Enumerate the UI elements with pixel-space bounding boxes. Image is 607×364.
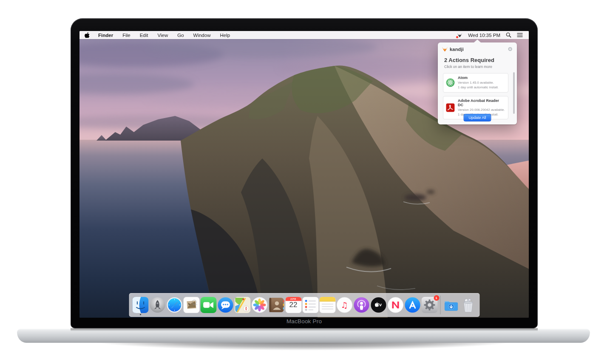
macbook-label: MacBook Pro (71, 318, 538, 324)
laptop-base (17, 328, 590, 362)
dock-icon-maps[interactable] (234, 297, 250, 313)
menu-window[interactable]: Window (189, 33, 216, 38)
action-app-name: Atom (458, 76, 499, 80)
dock-icon-safari[interactable] (166, 297, 182, 313)
dock-icon-finder[interactable] (132, 297, 148, 313)
menu-help[interactable]: Help (215, 33, 235, 38)
menubar-app-title[interactable]: Finder (94, 33, 118, 38)
dock-icon-downloads[interactable] (443, 297, 459, 313)
action-line1: Version 1.45.0 available. (458, 80, 499, 85)
dock-icon-facetime[interactable] (200, 297, 216, 313)
hinge-shadow (71, 328, 538, 331)
dock: APR 22 ♫ tv (129, 293, 479, 317)
action-line1: Version 20.006.20042 available. (458, 107, 505, 112)
notification-center-icon[interactable] (517, 33, 523, 37)
acrobat-reader-app-icon (446, 103, 455, 112)
dock-icon-reminders[interactable] (302, 297, 318, 313)
music-note-icon: ♫ (336, 297, 352, 313)
dock-icon-music[interactable]: ♫ (336, 297, 352, 313)
notification-badge: 1 (434, 295, 439, 301)
gear-icon[interactable]: ⚙ (508, 46, 513, 52)
menu-go[interactable]: Go (173, 33, 188, 38)
kandji-alert-dot (456, 36, 458, 38)
popover-subtitle: Click on an item to learn more (444, 65, 517, 69)
kandji-logo-icon (442, 46, 448, 52)
dock-separator (440, 296, 440, 314)
popover-arrow (474, 40, 481, 42)
action-app-name: Adobe Acrobat Reader DC (458, 99, 505, 107)
menu-edit[interactable]: Edit (135, 33, 153, 38)
dock-icon-system-preferences[interactable]: 1 (421, 297, 437, 313)
dock-icon-notes[interactable] (319, 297, 335, 313)
menubar-clock[interactable]: Wed 10:35 PM (468, 33, 500, 38)
dock-icon-podcasts[interactable] (353, 297, 369, 313)
running-indicator (140, 314, 141, 315)
dock-icon-photos[interactable] (251, 297, 267, 313)
kandji-menu-icon[interactable] (457, 32, 462, 38)
dock-icon-messages[interactable] (217, 297, 233, 313)
macbook-mockup: Finder File Edit View Go Window Help Wed… (0, 0, 607, 364)
kandji-popover: kandji ⚙ 2 Actions Required Click on an … (438, 42, 517, 124)
dock-icon-contacts[interactable] (268, 297, 284, 313)
dock-icon-mail[interactable] (183, 297, 199, 313)
laptop-lid: Finder File Edit View Go Window Help Wed… (71, 18, 538, 328)
kandji-brand-name: kandji (450, 47, 464, 52)
dock-icon-apple-tv[interactable]: tv (370, 297, 386, 313)
spotlight-search-icon[interactable] (506, 32, 511, 38)
menu-bar: Finder File Edit View Go Window Help Wed… (79, 31, 529, 39)
calendar-month-label: APR (285, 298, 301, 300)
action-line2: 1 day until automatic install. (458, 85, 499, 90)
dock-icon-calendar[interactable]: APR 22 (285, 297, 301, 313)
menu-view[interactable]: View (153, 33, 173, 38)
menu-file[interactable]: File (118, 33, 135, 38)
popover-scrollbar[interactable] (513, 72, 515, 114)
kandji-brand: kandji (442, 46, 464, 52)
atom-app-icon (446, 78, 455, 87)
update-all-button[interactable]: Update All (463, 114, 491, 121)
dock-icon-launchpad[interactable] (149, 297, 165, 313)
action-item-atom[interactable]: Atom Version 1.45.0 available. 1 day unt… (443, 73, 508, 93)
dock-icon-trash[interactable] (460, 297, 476, 313)
dock-icon-app-store[interactable] (404, 297, 420, 313)
popover-title: 2 Actions Required (444, 57, 517, 63)
apple-tv-label: tv (377, 302, 382, 307)
dock-icon-news[interactable] (387, 297, 403, 313)
apple-logo-icon (84, 32, 90, 38)
desktop-screen: Finder File Edit View Go Window Help Wed… (79, 31, 529, 318)
calendar-day-label: 22 (285, 301, 301, 309)
apple-menu[interactable] (84, 32, 94, 38)
